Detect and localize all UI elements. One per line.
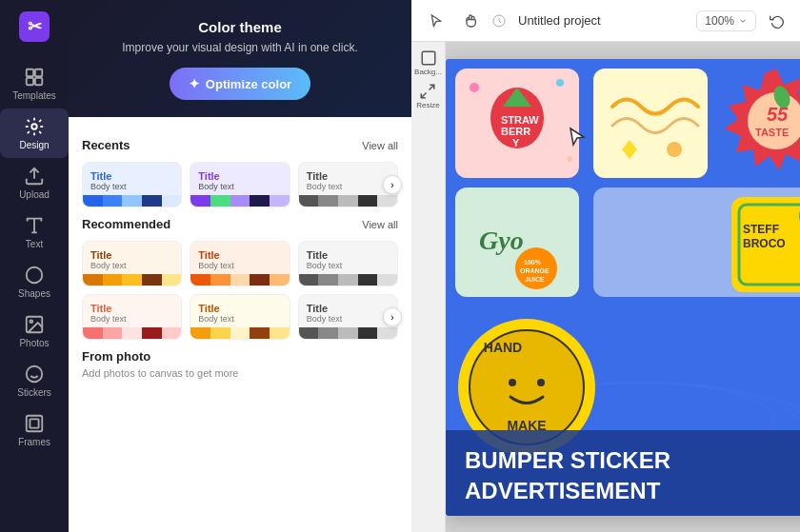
canvas-svg: STRAW BERR Y xyxy=(446,59,800,516)
sidebar-item-stickers[interactable]: Stickers xyxy=(0,356,69,405)
recents-cards-wrap: Title Body text xyxy=(82,162,398,207)
recents-cards-grid: Title Body text xyxy=(82,162,398,207)
untitled-icon xyxy=(491,13,507,29)
resize-icon xyxy=(419,83,436,100)
sidebar: ✂ Templates Design xyxy=(0,0,69,532)
hand-tool-button[interactable] xyxy=(457,8,484,34)
color-theme-header: Color theme Improve your visual design w… xyxy=(69,0,411,117)
recent-card-1[interactable]: Title Body text xyxy=(82,162,182,207)
optimize-button-label: Optimize color xyxy=(206,77,291,91)
design-panel: Color theme Improve your visual design w… xyxy=(69,0,411,532)
canvas-content[interactable]: STRAW BERR Y xyxy=(446,42,800,532)
recommended-cards-wrap-2: Title Body text xyxy=(82,294,398,340)
sidebar-item-text[interactable]: Text xyxy=(0,207,69,257)
from-photo-section: From photo Add photos to canvas to get m… xyxy=(82,349,398,379)
svg-point-6 xyxy=(31,124,37,129)
svg-text:JUICE: JUICE xyxy=(525,276,545,283)
svg-point-12 xyxy=(30,320,32,323)
svg-text:BUMPER STICKER: BUMPER STICKER xyxy=(465,447,670,473)
svg-text:HAND: HAND xyxy=(484,340,522,355)
canvas-toolbar: Untitled project 100% xyxy=(411,0,800,42)
recent-card-2[interactable]: Title Body text xyxy=(190,162,290,207)
background-icon xyxy=(420,49,437,67)
svg-text:STEFF: STEFF xyxy=(743,223,779,236)
sidebar-item-upload[interactable]: Upload xyxy=(0,158,69,207)
recommended-cards-wrap: Title Body text xyxy=(82,241,398,286)
svg-text:✂: ✂ xyxy=(28,17,43,36)
sidebar-item-frames[interactable]: Frames xyxy=(0,405,69,455)
canvas-side-panel: Backg... Resize xyxy=(411,42,446,532)
svg-text:TASTE: TASTE xyxy=(755,127,789,138)
sidebar-item-templates[interactable]: Templates xyxy=(0,59,69,108)
recommended-card-1[interactable]: Title Body text xyxy=(82,241,182,286)
svg-rect-19 xyxy=(422,51,435,65)
recents-title: Recents xyxy=(82,138,130,152)
resize-button[interactable]: Resize xyxy=(416,83,439,110)
recents-section-header: Recents View all xyxy=(82,138,398,152)
project-name: Untitled project xyxy=(518,13,689,28)
from-photo-description: Add photos to canvas to get more xyxy=(82,367,398,379)
zoom-control[interactable]: 100% xyxy=(696,10,756,31)
svg-text:100%: 100% xyxy=(524,259,542,266)
svg-line-21 xyxy=(422,92,427,97)
svg-text:ORANGE: ORANGE xyxy=(520,267,550,274)
recommended-section-header: Recommended View all xyxy=(82,217,398,231)
chevron-down-icon xyxy=(738,16,748,26)
svg-text:55: 55 xyxy=(767,104,789,125)
svg-point-61 xyxy=(537,379,545,386)
toolbar-right: 100% xyxy=(696,8,800,34)
recommended-card-5[interactable]: Title Body text xyxy=(190,294,290,340)
sidebar-item-shapes[interactable]: Shapes xyxy=(0,257,69,306)
svg-point-33 xyxy=(556,79,564,87)
recents-next-arrow[interactable]: › xyxy=(383,175,402,194)
optimize-color-button[interactable]: ✦ Optimize color xyxy=(170,68,310,100)
svg-rect-3 xyxy=(35,69,42,76)
color-theme-title: Color theme xyxy=(91,19,389,35)
svg-rect-2 xyxy=(27,69,33,76)
cursor-tool-button[interactable] xyxy=(423,8,450,34)
svg-rect-35 xyxy=(593,69,708,178)
svg-text:Y: Y xyxy=(512,137,520,148)
svg-point-36 xyxy=(667,142,682,157)
svg-text:Gyo: Gyo xyxy=(479,226,524,255)
svg-rect-5 xyxy=(35,78,42,85)
panel-body: Recents View all Title Body text xyxy=(69,117,411,532)
canva-logo[interactable]: ✂ xyxy=(17,10,51,44)
resize-label: Resize xyxy=(416,102,439,110)
canvas-area: Untitled project 100% xyxy=(411,0,800,532)
recommended-next-arrow[interactable]: › xyxy=(383,307,402,326)
svg-point-10 xyxy=(27,267,43,284)
svg-text:BROCO: BROCO xyxy=(743,237,786,250)
recommended-card-4[interactable]: Title Body text xyxy=(82,294,182,340)
zoom-level: 100% xyxy=(705,14,734,28)
svg-rect-16 xyxy=(27,416,43,432)
svg-point-13 xyxy=(27,366,43,383)
svg-point-34 xyxy=(567,156,572,162)
recommended-cards-grid-2: Title Body text xyxy=(82,294,398,340)
canvas-frame: STRAW BERR Y xyxy=(446,59,800,516)
sidebar-item-photos[interactable]: Photos xyxy=(0,306,69,356)
recommended-card-3[interactable]: Title Body text xyxy=(298,241,398,286)
recents-view-all[interactable]: View all xyxy=(362,140,398,151)
svg-line-20 xyxy=(430,85,434,89)
svg-point-60 xyxy=(509,379,516,386)
background-label: Backg... xyxy=(414,69,442,77)
recommended-card-2[interactable]: Title Body text xyxy=(190,241,290,286)
background-button[interactable]: Backg... xyxy=(414,49,442,77)
svg-rect-4 xyxy=(27,78,33,85)
svg-text:ADVERTISEMENT: ADVERTISEMENT xyxy=(465,478,661,503)
from-photo-title: From photo xyxy=(82,349,398,364)
recommended-title: Recommended xyxy=(82,217,170,231)
recommended-cards-grid: Title Body text xyxy=(82,241,398,286)
sidebar-item-design[interactable]: Design xyxy=(0,108,69,158)
svg-text:BERR: BERR xyxy=(501,126,530,137)
sparkle-icon: ✦ xyxy=(189,76,200,91)
undo-button[interactable] xyxy=(764,8,790,34)
svg-point-32 xyxy=(470,83,479,92)
color-theme-description: Improve your visual design with AI in on… xyxy=(91,41,389,54)
svg-rect-17 xyxy=(30,419,38,427)
svg-text:STRAW: STRAW xyxy=(501,114,539,126)
recommended-view-all[interactable]: View all xyxy=(362,219,398,230)
